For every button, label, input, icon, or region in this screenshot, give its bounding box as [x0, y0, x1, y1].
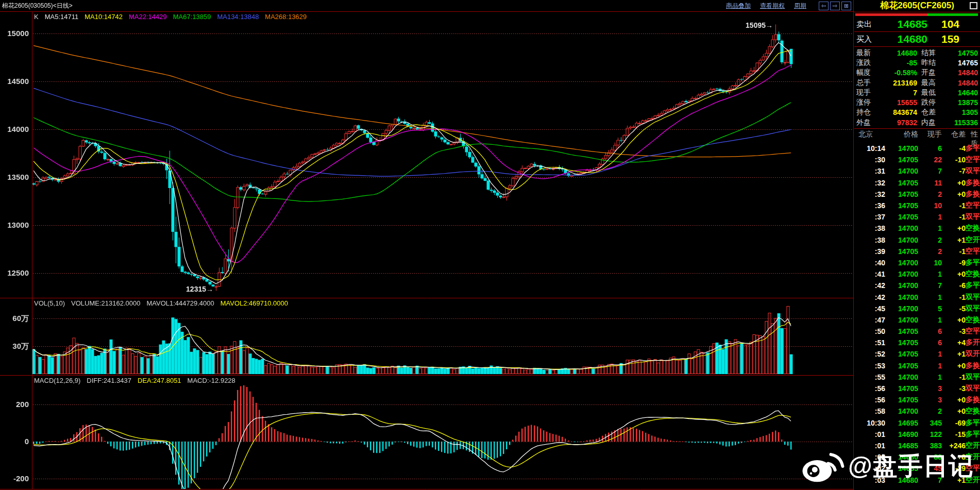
tick-volume: 10 [918, 259, 942, 267]
axis-tick-label: 12500 [2, 268, 29, 277]
tick-price: 14700 [885, 224, 918, 232]
tick-row: :321470511+0多换 [856, 177, 978, 189]
tick-nature: 多平 [966, 418, 980, 428]
tick-time: :38 [856, 236, 885, 244]
tick-nature: 双平 [966, 166, 980, 176]
tick-price: 14705 [885, 362, 918, 370]
tick-nature: 多平 [966, 281, 980, 290]
tick-volume: 2 [918, 407, 942, 415]
split-view-icon[interactable]: ⊞ [841, 2, 851, 10]
tick-volume: 2 [918, 236, 942, 244]
quote-label: 昨结 [917, 58, 944, 67]
nav-icons: ⇦⇨⊞ [819, 2, 851, 10]
tick-time: 10:14 [856, 144, 885, 153]
tick-nature: 多换 [966, 178, 980, 188]
indicator-segment: MA5:14711 [45, 13, 79, 21]
contract-title: 棉花2605(030505)<日线> [0, 2, 73, 10]
axis-tick-label: 0 [2, 437, 29, 446]
tick-row: :55147001-1双平 [856, 371, 978, 383]
forward-arrow-icon[interactable]: ⇨ [830, 2, 840, 10]
tick-volume: 3 [918, 396, 942, 404]
indicator-segment: K [34, 13, 39, 21]
tick-oi-change: +0 [942, 270, 966, 278]
tick-time: :32 [856, 179, 885, 187]
tick-time: :42 [856, 293, 885, 301]
buy-sell-ratio-bar [855, 13, 978, 16]
arrow-right-icon: → [766, 21, 773, 29]
bid-row: 买入 14680 159 [856, 32, 978, 46]
quote-label: 总手 [856, 78, 881, 88]
tick-row: :32147052+0多换 [856, 189, 978, 200]
menu-period[interactable]: 周期 [794, 2, 806, 10]
tick-price: 14690 [885, 430, 918, 438]
quote-value: 115336 [944, 119, 978, 127]
tick-oi-change: -3 [942, 327, 966, 335]
indicator-segment: MAVOL1:444729.4000 [146, 299, 214, 307]
quote-label: 幅度 [856, 68, 881, 77]
tick-row: :50147056-3空平 [856, 326, 978, 337]
bid-price: 14680 [883, 33, 927, 45]
tick-volume: 6 [918, 327, 942, 335]
indicator-segment: MA268:13629 [265, 13, 307, 21]
tick-oi-change: +0 [942, 179, 966, 187]
tick-oi-change: -1 [942, 213, 966, 221]
volume-indicator-header: VOL(5,10)VOLUME:213162.0000MAVOL1:444729… [34, 299, 288, 307]
tick-oi-change: +0 [942, 396, 966, 404]
tick-nature: 多换 [966, 190, 980, 199]
indicator-segment: DIFF:241.3437 [87, 377, 131, 384]
tick-row: :45147005-5双平 [856, 303, 978, 314]
tick-price: 14705 [885, 213, 918, 221]
quote-grid: 最新14680结算14750涨跌-85昨结14765幅度-0.58%开盘1484… [856, 48, 978, 127]
tick-nature: 空平 [966, 247, 980, 256]
tick-row: :56147053+0多换 [856, 394, 978, 405]
tick-oi-change: -1 [942, 293, 966, 301]
tick-price: 14700 [885, 316, 918, 324]
tick-volume: 1 [918, 293, 942, 301]
quote-value: 14840 [944, 69, 978, 77]
weibo-icon [799, 449, 846, 483]
restore-window-icon[interactable] [970, 2, 977, 9]
tick-oi-change: +0 [942, 190, 966, 198]
quote-value: 14680 [881, 49, 917, 57]
tick-nature: 多换 [966, 361, 980, 370]
axis-tick-label: 15000 [2, 29, 29, 38]
quote-label: 内盘 [917, 118, 944, 127]
indicator-segment: MA10:14742 [85, 13, 123, 21]
tick-price: 14685 [885, 442, 918, 450]
menu-commodity-overlay[interactable]: 商品叠加 [726, 2, 751, 10]
tick-price: 14705 [885, 350, 918, 358]
quote-label: 最高 [917, 78, 944, 88]
tick-time: :39 [856, 247, 885, 256]
top-bar: 棉花2605(030505)<日线> 商品叠加查看期权周期 ⇦⇨⊞ [0, 0, 853, 11]
ask-qty: 104 [927, 18, 978, 30]
tick-oi-change: -7 [942, 167, 966, 175]
tick-nature: 空平 [966, 327, 980, 336]
tick-price: 14705 [885, 179, 918, 187]
tick-price: 14705 [885, 384, 918, 393]
tick-price: 14705 [885, 339, 918, 347]
watermark: @盘手日记 [799, 449, 974, 483]
tick-row: :52147051+1双开 [856, 348, 978, 360]
tick-oi-change: +246 [942, 442, 966, 450]
tick-price: 14705 [885, 190, 918, 198]
indicator-segment: DEA:247.8051 [138, 377, 181, 384]
tick-volume: 2 [918, 190, 942, 198]
tick-time: :47 [856, 316, 885, 324]
chart-canvas[interactable] [0, 0, 980, 490]
quote-panel-title: 棉花2605(CF2605) [854, 0, 980, 12]
tick-row: :41147001+0空换 [856, 268, 978, 280]
axis-tick-label: 30万 [2, 342, 29, 351]
tick-row: :47147001+0空换 [856, 314, 978, 326]
indicator-segment: MA22:14429 [129, 13, 167, 21]
menu-view-options[interactable]: 查看期权 [760, 2, 785, 10]
high-price-annotation: 15095→ [735, 21, 773, 29]
tick-nature: 双平 [966, 304, 980, 313]
quote-value: 14640 [944, 89, 978, 97]
tick-price: 14700 [885, 293, 918, 301]
back-arrow-icon[interactable]: ⇦ [819, 2, 829, 10]
tick-time: :32 [856, 190, 885, 198]
tick-row: :58147002+0空换 [856, 405, 978, 417]
tick-price: 14705 [885, 156, 918, 164]
tick-row: :38147002+1空开 [856, 234, 978, 246]
tick-time: :41 [856, 270, 885, 278]
